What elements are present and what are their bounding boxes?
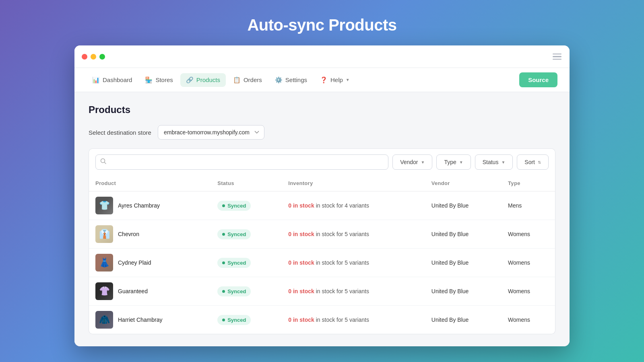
main-content: Products Select destination store embrac… [74, 92, 570, 346]
nav-products[interactable]: 🔗 Products [180, 73, 226, 87]
source-button[interactable]: Source [519, 72, 557, 87]
store-selector-row: Select destination store embrace-tomorro… [89, 125, 555, 140]
status-chevron-icon: ▼ [501, 160, 505, 165]
hamburger-line-1 [553, 53, 561, 55]
inventory-count-5: 0 in stock [288, 317, 314, 323]
status-filter[interactable]: Status ▼ [475, 154, 513, 170]
product-cell-2: 👔 Chevron [89, 220, 211, 249]
svg-line-1 [105, 162, 106, 164]
titlebar [74, 45, 570, 68]
status-dot-3 [222, 261, 225, 264]
col-product: Product [89, 175, 211, 191]
nav-stores-label: Stores [155, 76, 173, 83]
vendor-cell-5: United By Blue [425, 306, 502, 334]
status-dot-5 [222, 319, 225, 321]
product-thumb-1: 👕 [95, 197, 113, 214]
type-cell-3: Womens [502, 249, 555, 277]
vendor-cell-3: United By Blue [425, 249, 502, 277]
status-cell-5: Synced [211, 306, 282, 334]
status-cell-1: Synced [211, 191, 282, 220]
type-filter[interactable]: Type ▼ [436, 154, 471, 170]
table-row[interactable]: 🧥 Harriet Chambray Synced 0 in stock in … [89, 306, 555, 334]
search-input[interactable] [95, 154, 388, 170]
vendor-cell-4: United By Blue [425, 277, 502, 306]
inventory-variants-5: in stock for 5 variants [316, 317, 369, 323]
hamburger-line-2 [553, 56, 561, 57]
status-dot-4 [222, 290, 225, 293]
status-cell-3: Synced [211, 249, 282, 277]
sort-button[interactable]: Sort ⇅ [517, 154, 549, 170]
maximize-button[interactable] [99, 54, 105, 60]
nav-products-label: Products [196, 76, 220, 83]
orders-icon: 📋 [233, 76, 241, 84]
product-thumb-3: 👗 [95, 254, 113, 272]
stores-icon: 🏪 [145, 76, 153, 84]
table-row[interactable]: 👕 Ayres Chambray Synced 0 in stock in st… [89, 191, 555, 220]
nav-settings-label: Settings [285, 76, 307, 83]
status-cell-4: Synced [211, 277, 282, 306]
vendor-cell-1: United By Blue [425, 191, 502, 220]
table-row[interactable]: 👗 Cydney Plaid Synced 0 in stock in stoc… [89, 249, 555, 277]
col-inventory: Inventory [282, 175, 425, 191]
nav-settings[interactable]: ⚙️ Settings [269, 73, 313, 87]
status-badge-1: Synced [217, 201, 251, 211]
product-name-2: Chevron [118, 231, 139, 237]
nav-orders[interactable]: 📋 Orders [227, 73, 268, 87]
status-filter-label: Status [483, 159, 499, 165]
help-icon: ❓ [320, 76, 328, 84]
product-name-3: Cydney Plaid [118, 259, 151, 266]
status-badge-3: Synced [217, 258, 251, 268]
nav-help-label: Help [330, 76, 343, 83]
status-badge-4: Synced [217, 286, 251, 296]
inventory-cell-4: 0 in stock in stock for 5 variants [282, 277, 425, 306]
dashboard-icon: 📊 [92, 76, 100, 84]
sort-label: Sort [524, 159, 535, 165]
section-title: Products [89, 104, 555, 115]
type-cell-4: Womens [502, 277, 555, 306]
search-wrapper [95, 154, 388, 170]
vendor-chevron-icon: ▼ [421, 160, 425, 165]
table-header-row: Product Status Inventory Vendor Type [89, 175, 555, 191]
product-cell-1: 👕 Ayres Chambray [89, 191, 211, 220]
inventory-count-1: 0 in stock [288, 202, 314, 209]
product-thumb-2: 👔 [95, 225, 113, 243]
nav-dashboard-label: Dashboard [103, 76, 132, 83]
table-row[interactable]: 👚 Guaranteed Synced 0 in stock in stock … [89, 277, 555, 306]
col-vendor: Vendor [425, 175, 502, 191]
product-cell-4: 👚 Guaranteed [89, 277, 211, 306]
products-icon: 🔗 [186, 76, 194, 84]
type-cell-5: Womens [502, 306, 555, 334]
col-type: Type [502, 175, 555, 191]
nav-help[interactable]: ❓ Help ▼ [314, 73, 355, 87]
inventory-variants-1: in stock for 4 variants [316, 202, 369, 209]
product-thumb-5: 🧥 [95, 311, 113, 329]
store-selector-label: Select destination store [89, 129, 151, 136]
product-table-container: Product Status Inventory Vendor Type 👕 A… [89, 175, 555, 334]
inventory-count-3: 0 in stock [288, 259, 314, 266]
store-selector[interactable]: embrace-tomorrow.myshopify.com [158, 125, 264, 140]
nav-orders-label: Orders [244, 76, 262, 83]
nav-dashboard[interactable]: 📊 Dashboard [87, 73, 138, 87]
search-icon [100, 158, 107, 166]
inventory-variants-4: in stock for 5 variants [316, 288, 369, 294]
hamburger-line-3 [553, 59, 561, 60]
product-table: Product Status Inventory Vendor Type 👕 A… [89, 175, 555, 334]
inventory-cell-3: 0 in stock in stock for 5 variants [282, 249, 425, 277]
type-cell-1: Mens [502, 191, 555, 220]
inventory-variants-3: in stock for 5 variants [316, 259, 369, 266]
product-name-5: Harriet Chambray [118, 317, 162, 323]
inventory-cell-5: 0 in stock in stock for 5 variants [282, 306, 425, 334]
product-name-1: Ayres Chambray [118, 202, 160, 209]
nav-stores[interactable]: 🏪 Stores [139, 73, 178, 87]
minimize-button[interactable] [91, 54, 96, 60]
product-cell-5: 🧥 Harriet Chambray [89, 306, 211, 334]
col-status: Status [211, 175, 282, 191]
status-badge-5: Synced [217, 315, 251, 325]
vendor-cell-2: United By Blue [425, 220, 502, 249]
table-row[interactable]: 👔 Chevron Synced 0 in stock in stock for… [89, 220, 555, 249]
menu-icon[interactable] [553, 53, 561, 60]
help-chevron-icon: ▼ [346, 78, 350, 82]
status-dot-1 [222, 204, 225, 207]
vendor-filter[interactable]: Vendor ▼ [392, 154, 432, 170]
close-button[interactable] [82, 54, 87, 60]
